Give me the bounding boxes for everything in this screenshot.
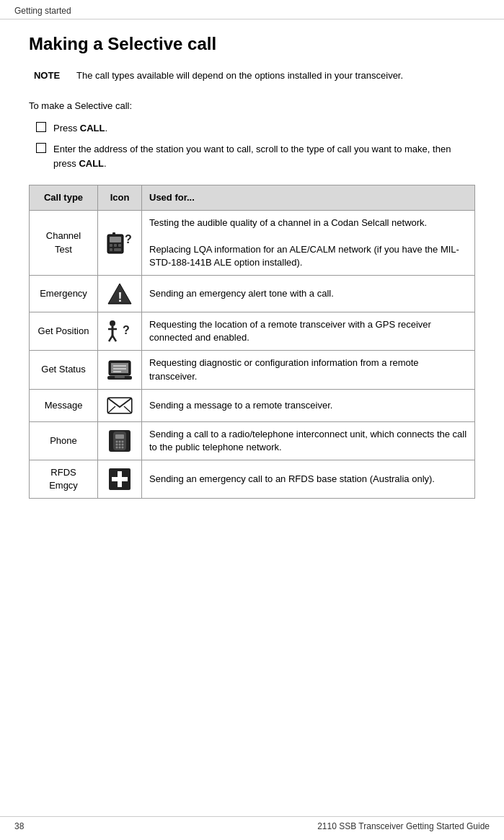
svg-point-32 [116,440,118,442]
steps-list: Press CALL. Enter the address of the sta… [29,121,475,171]
svg-point-34 [122,440,124,442]
svg-line-16 [109,336,112,341]
table-row: Phone [30,421,475,460]
page-header: Getting started [0,0,504,19]
svg-point-13 [110,320,115,326]
svg-rect-2 [110,244,112,247]
step-2: Enter the address of the station you wan… [36,142,475,170]
cell-call-type: Get Status [30,351,98,389]
step-2-text: Enter the address of the station you wan… [53,142,475,170]
svg-point-33 [119,440,121,442]
table-header-row: Call type Icon Used for... [30,185,475,211]
svg-point-35 [116,443,118,445]
svg-rect-22 [115,376,125,378]
message-icon [105,395,134,416]
cell-call-type: Message [30,389,98,421]
svg-point-40 [122,446,124,448]
page-title: Making a Selective call [29,34,475,54]
svg-point-37 [122,443,124,445]
cell-used-for: Sending a message to a remote transceive… [142,389,475,421]
svg-rect-43 [112,477,128,481]
note-box: NOTE The call types available will depen… [29,69,475,83]
table-row: RFDS Emgcy Sending an emergency call to … [30,460,475,499]
svg-rect-7 [112,232,115,236]
intro-text: To make a Selective call: [29,100,475,111]
cell-used-for: Requesting the location of a remote tran… [142,312,475,350]
page-footer: 38 2110 SSB Transceiver Getting Started … [0,816,504,831]
svg-rect-5 [110,248,112,251]
svg-rect-6 [114,248,121,251]
cell-icon: ! [98,275,142,312]
svg-rect-3 [114,244,117,247]
cell-used-for: Requesting diagnostic or configuration i… [142,351,475,389]
cell-icon [98,351,142,389]
table-row: Emergency ! Sending an emergency alert t… [30,275,475,312]
emergency-icon: ! [105,281,134,306]
phone-icon [105,429,134,453]
note-text: The call types available will depend on … [76,69,403,83]
svg-rect-1 [110,237,121,242]
cell-used-for: Sending an emergency call to an RFDS bas… [142,460,475,499]
cell-call-type: Get Position [30,312,98,350]
channel-test-icon: ? [105,232,134,255]
table-row: Channel Test [30,211,475,276]
step-1-checkbox [36,122,46,132]
svg-text:!: ! [118,290,123,305]
page-content: Making a Selective call NOTE The call ty… [0,19,504,542]
cell-icon: ? [98,211,142,276]
cell-icon [98,389,142,421]
step-1: Press CALL. [36,121,475,136]
note-label: NOTE [29,69,65,81]
cell-call-type: Channel Test [30,211,98,276]
svg-point-39 [119,446,121,448]
table-row: Get Position ? [30,312,475,350]
cell-call-type: Phone [30,421,98,460]
cell-used-for: Sending an emergency alert tone with a c… [142,275,475,312]
cell-icon [98,460,142,499]
rfds-icon [105,468,134,490]
svg-point-38 [116,446,118,448]
cell-used-for: Testing the audible quality of a channel… [142,211,475,276]
step-1-text: Press CALL. [53,121,107,136]
table-row: Message Sending a message to a remot [30,389,475,421]
header-text: Getting started [14,6,71,16]
svg-line-17 [112,336,116,341]
svg-point-36 [119,443,121,445]
col-call-type: Call type [30,185,98,211]
col-icon: Icon [98,185,142,211]
col-used-for: Used for... [142,185,475,211]
cell-icon: ? [98,312,142,350]
get-position-icon: ? [105,320,134,343]
svg-text:?: ? [123,324,130,336]
cell-icon [98,421,142,460]
cell-call-type: Emergency [30,275,98,312]
cell-call-type: RFDS Emgcy [30,460,98,499]
get-status-icon [105,359,134,381]
footer-guide-title: 2110 SSB Transceiver Getting Started Gui… [317,821,490,831]
cell-used-for: Sending a call to a radio/telephone inte… [142,421,475,460]
svg-rect-31 [115,434,124,439]
svg-rect-4 [118,244,121,247]
footer-page-number: 38 [14,821,24,831]
svg-text:?: ? [125,233,132,245]
call-types-table: Call type Icon Used for... Channel Test [29,185,475,499]
table-row: Get Status [30,351,475,389]
step-2-checkbox [36,143,46,153]
